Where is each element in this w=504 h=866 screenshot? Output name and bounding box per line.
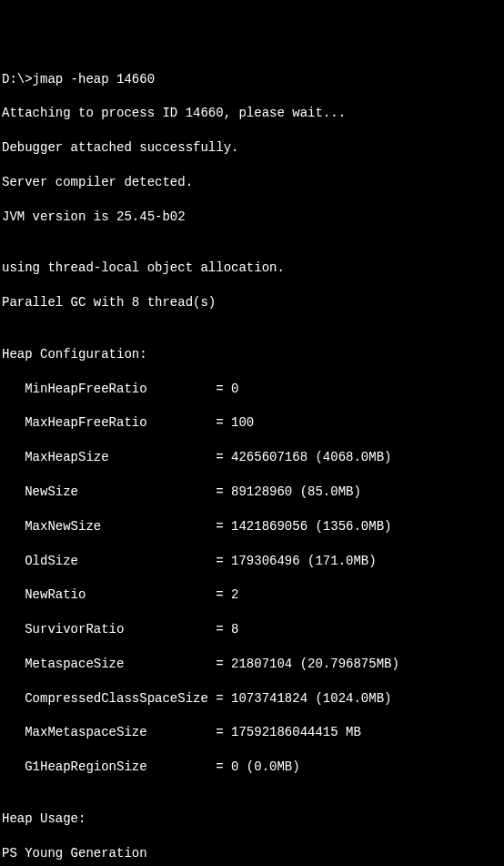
max-heap-free-ratio: MaxHeapFreeRatio = 100 <box>2 414 502 432</box>
server-line: Server compiler detected. <box>2 174 502 191</box>
heap-config-header: Heap Configuration: <box>2 346 502 363</box>
attaching-line: Attaching to process ID 14660, please wa… <box>2 105 502 122</box>
debugger-line: Debugger attached successfully. <box>2 139 502 157</box>
heap-usage-header: Heap Usage: <box>2 810 502 828</box>
min-heap-free-ratio: MinHeapFreeRatio = 0 <box>2 381 502 398</box>
compressed-class-space-size: CompressedClassSpaceSize = 1073741824 (1… <box>2 690 502 708</box>
thread-local-line: using thread-local object allocation. <box>2 260 502 277</box>
max-new-size: MaxNewSize = 1421869056 (1356.0MB) <box>2 518 502 535</box>
jvm-version-line: JVM version is 25.45-b02 <box>2 209 502 226</box>
metaspace-size: MetaspaceSize = 21807104 (20.796875MB) <box>2 656 502 673</box>
survivor-ratio: SurvivorRatio = 8 <box>2 621 502 638</box>
g1-heap-region-size: G1HeapRegionSize = 0 (0.0MB) <box>2 759 502 776</box>
new-ratio: NewRatio = 2 <box>2 586 502 604</box>
command-prompt[interactable]: D:\>jmap -heap 14660 <box>2 71 502 88</box>
new-size: NewSize = 89128960 (85.0MB) <box>2 484 502 501</box>
ps-young-generation: PS Young Generation <box>2 845 502 862</box>
max-metaspace-size: MaxMetaspaceSize = 17592186044415 MB <box>2 724 502 741</box>
max-heap-size: MaxHeapSize = 4265607168 (4068.0MB) <box>2 449 502 466</box>
gc-line: Parallel GC with 8 thread(s) <box>2 294 502 311</box>
old-size: OldSize = 179306496 (171.0MB) <box>2 553 502 570</box>
